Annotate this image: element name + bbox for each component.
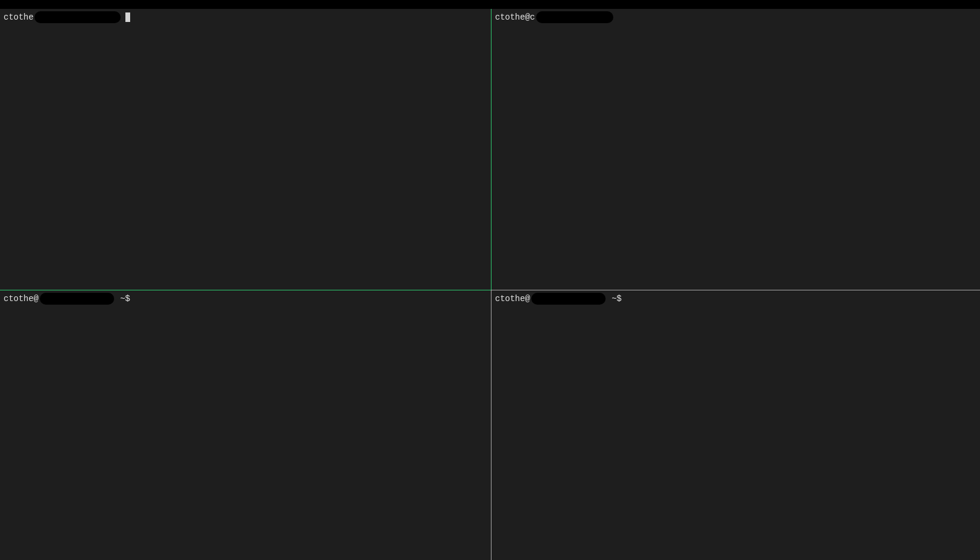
prompt-suffix: ~$ — [607, 294, 622, 303]
prompt-line: ctothe@ ~$ — [495, 293, 976, 305]
redacted-hostname — [34, 11, 121, 23]
terminal-pane-bottom-right[interactable]: ctothe@ ~$ — [491, 290, 980, 560]
redacted-hostname — [531, 293, 606, 305]
terminal-pane-top-right[interactable]: ctothe@c — [491, 9, 980, 290]
prompt-prefix: ctothe@c — [495, 12, 535, 22]
prompt-line: ctothe — [4, 11, 487, 23]
prompt-prefix: ctothe@ — [4, 294, 39, 303]
cursor-block — [125, 12, 130, 22]
prompt-suffix: ~$ — [115, 294, 130, 303]
window-title-bar — [0, 0, 980, 9]
terminal-pane-bottom-left[interactable]: ctothe@ ~$ — [0, 290, 491, 560]
prompt-line: ctothe@ ~$ — [4, 293, 487, 305]
terminal-pane-top-left[interactable]: ctothe — [0, 9, 491, 290]
prompt-prefix: ctothe — [4, 12, 33, 22]
terminal-split-grid: ctothe ctothe@c ctothe@ ~$ ctothe@ ~$ — [0, 9, 980, 560]
redacted-hostname — [40, 293, 114, 305]
prompt-prefix: ctothe@ — [495, 294, 530, 303]
redacted-hostname — [536, 11, 613, 23]
prompt-line: ctothe@c — [495, 11, 976, 23]
